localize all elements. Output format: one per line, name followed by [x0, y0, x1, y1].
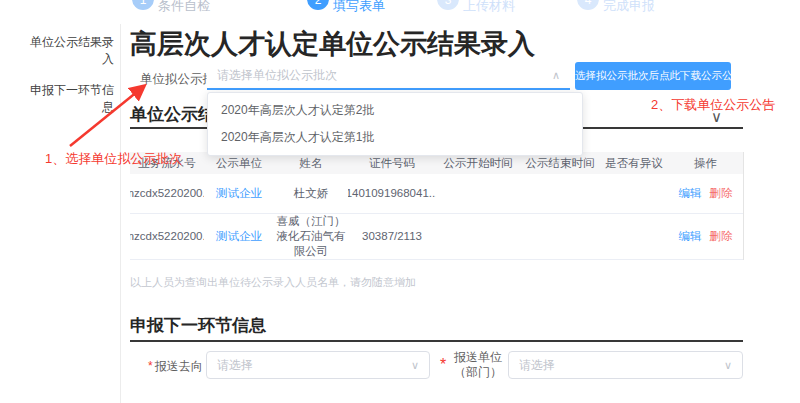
step-1-label: 条件自检 [158, 0, 210, 15]
download-announcement-button[interactable]: 选择拟公示批次后点此下载公示公告 [575, 62, 731, 90]
result-table: 业务流水号 公示单位 姓名 证件号码 公示开始时间 公示结束时间 是否有异议 操… [130, 152, 744, 260]
cell-objection [600, 174, 668, 213]
col-header-objection: 是否有异议 [600, 152, 668, 174]
step-3-label: 上传材料 [463, 0, 515, 15]
page-title: 高层次人才认定单位公示结果录入 [130, 26, 535, 62]
delete-button[interactable]: 删除 [710, 186, 733, 201]
edit-button[interactable]: 编辑 [679, 229, 702, 244]
cell-start [436, 214, 520, 259]
section-title-next-step: 申报下一环节信息 [130, 314, 266, 337]
sidebar-divider [120, 24, 121, 403]
cell-serial: jmzcdx5220200... [130, 174, 204, 213]
cell-end [520, 174, 600, 213]
field-label-destination: *报送去向 [148, 358, 203, 375]
step-2-circle: 2 [307, 0, 329, 10]
report-unit-select-input[interactable] [509, 352, 707, 378]
required-mark: * [148, 359, 153, 373]
annotation-select-batch-note: 1、选择单位拟公示批次 [45, 150, 182, 168]
cell-objection [600, 214, 668, 259]
table-row: jmzcdx5220200... 测试企业 喜威（江门）液化石油气有限公司 30… [130, 214, 743, 260]
cell-name: 喜威（江门）液化石油气有限公司 [274, 214, 348, 259]
sidebar-item-next-step-info[interactable]: 申报下一环节信息 [30, 82, 114, 116]
step-4-circle: 4 [577, 0, 599, 10]
annotation-download-note: 2、下载单位公示公告 [651, 96, 775, 114]
batch-select[interactable]: ∧ [207, 62, 570, 90]
cell-id: 1401091968041... [348, 174, 436, 213]
sidebar-nav: 单位公示结果录入 申报下一环节信息 [30, 34, 114, 130]
cell-unit-link[interactable]: 测试企业 [204, 214, 274, 259]
cell-name: 杜文娇 [274, 174, 348, 213]
table-row: jmzcdx5220200... 测试企业 杜文娇 1401091968041.… [130, 174, 743, 214]
app-window: 1 条件自检 2 填写表单 3 上传材料 4 完成申报 单位公示结果录入 申报下… [0, 0, 800, 403]
destination-select[interactable]: ∨ [206, 351, 430, 379]
batch-option-2[interactable]: 2020年高层次人才认定第2批 [208, 97, 582, 124]
batch-select-input[interactable] [207, 62, 537, 88]
report-unit-select[interactable]: ∨ [508, 351, 743, 379]
step-4-label: 完成申报 [603, 0, 655, 15]
section-divider-next-step [130, 340, 743, 342]
edit-button[interactable]: 编辑 [679, 186, 702, 201]
cell-id: 30387/2113 [348, 214, 436, 259]
chevron-down-icon: ∨ [411, 359, 419, 372]
cell-serial: jmzcdx5220200... [130, 214, 204, 259]
cell-start [436, 174, 520, 213]
required-mark: * [440, 356, 446, 374]
cell-end [520, 214, 600, 259]
step-3-circle: 3 [437, 0, 459, 10]
destination-select-input[interactable] [207, 352, 396, 378]
table-footnote: 以上人员为查询出单位待公示录入人员名单，请勿随意增加 [130, 275, 416, 290]
chevron-down-icon: ∨ [724, 359, 732, 372]
step-2-label: 填写表单 [333, 0, 385, 15]
step-1-circle: 1 [132, 0, 154, 10]
chevron-up-icon: ∧ [552, 69, 560, 82]
cell-unit-link[interactable]: 测试企业 [204, 174, 274, 213]
sidebar-item-unit-result-entry[interactable]: 单位公示结果录入 [30, 34, 114, 68]
batch-option-1[interactable]: 2020年高层次人才认定第1批 [208, 124, 582, 151]
delete-button[interactable]: 删除 [710, 229, 733, 244]
field-label-report-unit: 报送单位 （部门） [452, 350, 504, 380]
batch-dropdown-panel: 2020年高层次人才认定第2批 2020年高层次人才认定第1批 [207, 92, 583, 156]
col-header-actions: 操作 [668, 152, 743, 174]
